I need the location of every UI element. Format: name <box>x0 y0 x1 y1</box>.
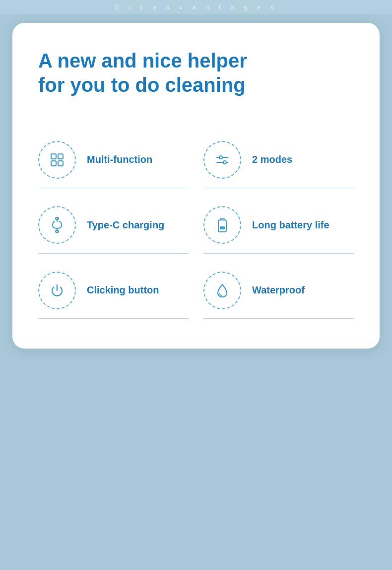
power-label: Clicking button <box>87 285 159 296</box>
waterproof-label: Waterproof <box>252 285 305 296</box>
svg-rect-0 <box>51 154 56 159</box>
feature-battery: Long battery life <box>203 192 354 258</box>
type-c-icon-circle <box>38 206 76 244</box>
feature-row: Multi-function <box>38 127 189 188</box>
outer-wrap: A new and nice helper for you to do clea… <box>0 14 392 570</box>
feature-divider <box>203 253 354 254</box>
battery-icon <box>213 215 232 234</box>
features-grid: Multi-function 2 modes <box>38 127 354 323</box>
feature-multi-function: Multi-function <box>38 127 189 193</box>
power-icon-circle <box>38 272 76 309</box>
type-c-label: Type-C charging <box>87 219 164 231</box>
feature-divider <box>203 318 354 319</box>
usb-icon <box>48 215 66 234</box>
svg-rect-11 <box>220 218 224 220</box>
svg-rect-3 <box>58 161 63 166</box>
battery-label: Long battery life <box>252 219 329 231</box>
feature-row: Waterproof <box>203 258 354 318</box>
feature-waterproof: Waterproof <box>203 258 354 323</box>
feature-type-c: Type-C charging <box>38 192 189 258</box>
feature-row: Type-C charging <box>38 192 189 253</box>
feature-row: Clicking button <box>38 258 189 318</box>
feature-power: Clicking button <box>38 258 189 323</box>
sliders-icon <box>213 150 232 169</box>
feature-row: 2 modes <box>203 127 354 188</box>
power-icon <box>48 281 66 300</box>
svg-rect-2 <box>51 161 56 166</box>
multi-function-icon-circle <box>38 141 76 179</box>
feature-2-modes: 2 modes <box>203 127 354 193</box>
svg-point-7 <box>223 161 226 164</box>
svg-rect-1 <box>58 154 63 159</box>
2-modes-icon-circle <box>203 141 241 179</box>
feature-divider <box>203 188 354 189</box>
grid-icon <box>48 150 66 169</box>
multi-function-label: Multi-function <box>87 154 152 165</box>
waterproof-icon-circle <box>203 272 241 309</box>
main-card: A new and nice helper for you to do clea… <box>12 23 380 349</box>
top-bar: S i x a d v a n t a g e s <box>0 0 392 14</box>
feature-row: Long battery life <box>203 192 354 253</box>
main-title: A new and nice helper for you to do clea… <box>38 49 354 97</box>
svg-point-5 <box>219 156 222 159</box>
2-modes-label: 2 modes <box>252 154 292 165</box>
feature-divider <box>38 318 189 319</box>
drop-icon <box>213 281 232 300</box>
feature-divider <box>38 253 189 254</box>
svg-rect-10 <box>218 220 226 232</box>
svg-rect-12 <box>220 226 225 229</box>
top-bar-text: S i x a d v a n t a g e s <box>115 3 278 11</box>
battery-icon-circle <box>203 206 241 244</box>
feature-divider <box>38 188 189 189</box>
